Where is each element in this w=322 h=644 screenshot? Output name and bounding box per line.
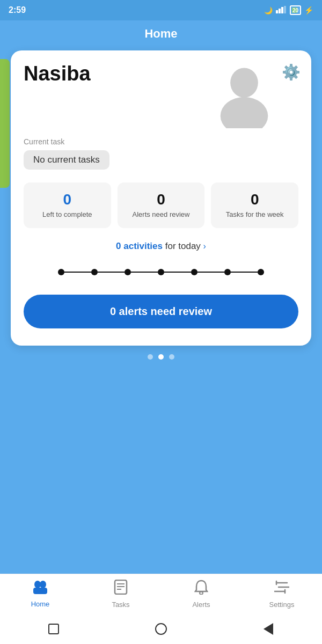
- profile-name: Nasiba: [24, 63, 91, 84]
- connector-4: [164, 272, 191, 273]
- home-icon: [32, 580, 48, 598]
- left-card-peek: [0, 59, 10, 188]
- dot-4: [158, 269, 164, 275]
- svg-rect-3: [284, 6, 286, 13]
- current-task-badge: No current tasks: [24, 150, 109, 170]
- activities-suffix: for today: [163, 241, 201, 251]
- connector-6: [231, 272, 258, 273]
- alerts-icon: [194, 580, 208, 598]
- dot-7: [258, 269, 264, 275]
- app-header: Home: [0, 20, 322, 50]
- signal-icon: [276, 6, 287, 15]
- dot-6: [224, 269, 231, 275]
- stat-label-alerts: Alerts need review: [133, 210, 190, 219]
- settings-nav-icon: [274, 580, 289, 598]
- activities-arrow-icon: ›: [203, 241, 206, 251]
- circle-icon: [155, 623, 167, 635]
- svg-rect-8: [33, 588, 47, 594]
- status-time: 2:59: [9, 5, 26, 15]
- connector-1: [64, 272, 91, 273]
- activities-count: 0 activities: [116, 241, 163, 251]
- home-button[interactable]: [153, 621, 169, 636]
- nav-settings[interactable]: Settings: [241, 580, 322, 609]
- svg-point-4: [230, 68, 258, 97]
- page-dot-3: [169, 354, 174, 360]
- nav-home[interactable]: Home: [0, 580, 80, 608]
- stat-label-complete: Left to complete: [42, 210, 92, 219]
- current-task-label: Current task: [24, 137, 298, 146]
- main-content: ⚙️ Nasiba Current task No current tasks …: [0, 50, 322, 574]
- charging-icon: ⚡: [304, 6, 313, 14]
- stat-number-complete: 0: [63, 191, 72, 208]
- stat-tasks-week: 0 Tasks for the week: [211, 182, 298, 228]
- svg-point-5: [221, 97, 268, 128]
- page-dot-1: [148, 354, 153, 360]
- triangle-icon: [264, 623, 273, 635]
- stat-alerts-review: 0 Alerts need review: [118, 182, 205, 228]
- dot-1: [58, 269, 64, 275]
- stats-row: 0 Left to complete 0 Alerts need review …: [24, 182, 298, 228]
- page-title: Home: [144, 27, 177, 40]
- recent-apps-button[interactable]: [46, 621, 61, 636]
- stat-number-alerts: 0: [157, 191, 165, 208]
- nav-home-label: Home: [31, 600, 50, 608]
- profile-card: ⚙️ Nasiba Current task No current tasks …: [11, 50, 311, 346]
- settings-button[interactable]: ⚙️: [282, 63, 301, 81]
- square-icon: [48, 624, 59, 634]
- connector-5: [197, 272, 224, 273]
- svg-rect-1: [279, 9, 281, 13]
- back-button[interactable]: [261, 621, 276, 636]
- svg-rect-0: [276, 10, 278, 13]
- bottom-nav: Home Tasks Alerts: [0, 574, 322, 614]
- battery-icon: 20: [290, 5, 301, 15]
- status-bar: 2:59 🌙 20 ⚡: [0, 0, 322, 20]
- tasks-icon: [114, 580, 128, 598]
- status-icons: 🌙 20 ⚡: [264, 5, 313, 15]
- activities-row[interactable]: 0 activities for today ›: [24, 241, 298, 252]
- dot-progress-row: [24, 269, 298, 275]
- dot-5: [191, 269, 197, 275]
- connector-2: [98, 272, 125, 273]
- stat-left-to-complete: 0 Left to complete: [24, 182, 111, 228]
- stat-label-tasks: Tasks for the week: [226, 210, 284, 219]
- nav-tasks-label: Tasks: [112, 601, 129, 609]
- connector-3: [131, 272, 158, 273]
- page-dot-2-active: [158, 354, 164, 360]
- svg-rect-2: [281, 7, 283, 13]
- nav-tasks[interactable]: Tasks: [80, 580, 161, 609]
- dot-3: [125, 269, 131, 275]
- gear-icon: ⚙️: [282, 64, 301, 80]
- page-indicators: [11, 346, 311, 368]
- stat-number-tasks: 0: [251, 191, 259, 208]
- avatar: [209, 61, 279, 131]
- moon-icon: 🌙: [264, 6, 273, 14]
- dot-2: [91, 269, 98, 275]
- nav-settings-label: Settings: [269, 601, 295, 609]
- svg-point-7: [40, 581, 46, 588]
- svg-point-13: [200, 592, 203, 595]
- nav-alerts-label: Alerts: [192, 601, 210, 609]
- system-nav-bar: [0, 614, 322, 644]
- nav-alerts[interactable]: Alerts: [161, 580, 241, 609]
- alerts-review-button[interactable]: 0 alerts need review: [24, 295, 298, 328]
